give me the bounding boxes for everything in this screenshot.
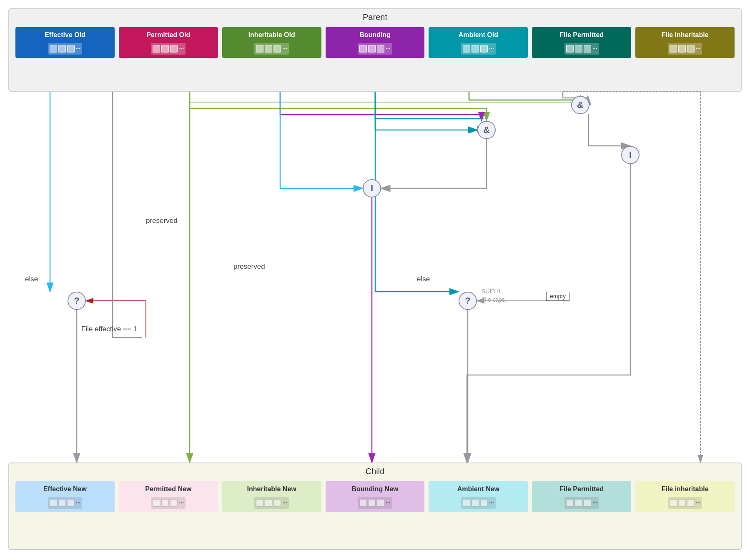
else2-label: else bbox=[417, 275, 430, 283]
cap-bits-effective-old: ··· bbox=[48, 43, 83, 55]
q1-circle: ? bbox=[68, 292, 86, 310]
bit3 bbox=[480, 45, 488, 52]
cap-label-bounding: Bounding bbox=[359, 31, 391, 39]
bit2 bbox=[265, 45, 272, 52]
bit2 bbox=[678, 45, 686, 52]
bit3 bbox=[687, 45, 695, 52]
bit2 bbox=[472, 499, 479, 507]
bit1 bbox=[463, 499, 470, 507]
suid-label: SUID IIFile caps. bbox=[482, 288, 507, 304]
cap-permitted-old: Permitted Old ··· bbox=[119, 27, 218, 58]
q2-circle: ? bbox=[459, 292, 477, 310]
cap-bits-file-permitted-new: ··· bbox=[564, 497, 599, 509]
bit-ellipsis: ··· bbox=[76, 499, 81, 507]
bit3 bbox=[584, 499, 591, 507]
cap-bits-inheritable-new: ··· bbox=[254, 497, 289, 509]
cap-label-inheritable-new: Inheritable New bbox=[247, 485, 296, 493]
bit1 bbox=[566, 499, 574, 507]
bit1 bbox=[359, 499, 367, 507]
bit-ellipsis: ··· bbox=[489, 45, 494, 52]
bit2 bbox=[161, 499, 169, 507]
cap-label-inheritable-old: Inheritable Old bbox=[248, 31, 295, 39]
cap-ambient-old: Ambient Old ··· bbox=[429, 27, 528, 58]
cap-effective-old: Effective Old ··· bbox=[15, 27, 115, 58]
bit1 bbox=[566, 45, 574, 52]
cap-bits-permitted-old: ··· bbox=[151, 43, 186, 55]
cap-bounding-new: Bounding New ··· bbox=[326, 481, 425, 512]
cap-bits-bounding-new: ··· bbox=[358, 497, 392, 509]
bit3 bbox=[377, 45, 384, 52]
bit2 bbox=[58, 499, 66, 507]
cap-ambient-new: Ambient New ··· bbox=[429, 481, 528, 512]
bit3 bbox=[480, 499, 488, 507]
bit-ellipsis: ··· bbox=[592, 499, 597, 507]
or1-circle: I bbox=[363, 179, 381, 198]
file-effective-label: File effective == 1 bbox=[81, 325, 137, 333]
cap-bits-inheritable-old: ··· bbox=[254, 43, 289, 55]
or2-circle: I bbox=[621, 146, 640, 164]
bit1 bbox=[153, 45, 160, 52]
cap-label-file-inheritable: File inheritable bbox=[662, 31, 709, 39]
bit3 bbox=[67, 499, 75, 507]
bit-ellipsis: ··· bbox=[76, 45, 81, 52]
cap-label-permitted-new: Permitted New bbox=[145, 485, 191, 493]
cap-label-file-permitted-new: File Permitted bbox=[559, 485, 604, 493]
bit-ellipsis: ··· bbox=[179, 499, 184, 507]
cap-inheritable-old: Inheritable Old ··· bbox=[222, 27, 321, 58]
bit3 bbox=[377, 499, 384, 507]
cap-bits-file-inheritable: ··· bbox=[668, 43, 702, 55]
bit1 bbox=[153, 499, 160, 507]
bit2 bbox=[368, 499, 376, 507]
cap-bits-file-inheritable-new: ··· bbox=[668, 497, 702, 509]
and2-circle: & bbox=[571, 96, 589, 114]
cap-file-inheritable-new: File inheritable ··· bbox=[635, 481, 735, 512]
bit3 bbox=[67, 45, 75, 52]
cap-bounding: Bounding ··· bbox=[326, 27, 425, 58]
parent-box: Parent Effective Old ··· Permitted Old ·… bbox=[8, 8, 742, 92]
cap-bits-permitted-new: ··· bbox=[151, 497, 186, 509]
bit3 bbox=[273, 499, 281, 507]
cap-label-effective-new: Effective New bbox=[43, 485, 87, 493]
preserved1-label: preserved bbox=[146, 217, 178, 225]
bit-ellipsis: ··· bbox=[696, 499, 701, 507]
child-caps: Effective New ··· Permitted New ··· Inhe… bbox=[9, 481, 741, 512]
bit2 bbox=[161, 45, 169, 52]
cap-bits-file-permitted: ··· bbox=[564, 43, 599, 55]
cap-permitted-new: Permitted New ··· bbox=[119, 481, 218, 512]
bit1 bbox=[359, 45, 367, 52]
bit2 bbox=[368, 45, 376, 52]
bit2 bbox=[575, 499, 582, 507]
main-container: Parent Effective Old ··· Permitted Old ·… bbox=[0, 0, 750, 560]
cap-label-effective-old: Effective Old bbox=[45, 31, 85, 39]
cap-inheritable-new: Inheritable New ··· bbox=[222, 481, 321, 512]
cap-bits-bounding: ··· bbox=[358, 43, 392, 55]
bit3 bbox=[584, 45, 591, 52]
bit-ellipsis: ··· bbox=[592, 45, 597, 52]
bit1 bbox=[670, 499, 677, 507]
bit-ellipsis: ··· bbox=[282, 45, 287, 52]
cap-label-bounding-new: Bounding New bbox=[352, 485, 399, 493]
cap-label-ambient-old: Ambient Old bbox=[459, 31, 498, 39]
bit2 bbox=[678, 499, 686, 507]
cap-bits-ambient-old: ··· bbox=[461, 43, 496, 55]
parent-caps: Effective Old ··· Permitted Old ··· Inhe… bbox=[9, 27, 741, 58]
bit2 bbox=[575, 45, 582, 52]
and1-circle: & bbox=[477, 121, 496, 139]
bit1 bbox=[256, 45, 263, 52]
bit2 bbox=[58, 45, 66, 52]
bit1 bbox=[50, 499, 57, 507]
bit3 bbox=[273, 45, 281, 52]
cap-label-file-permitted: File Permitted bbox=[559, 31, 604, 39]
cap-label-permitted-old: Permitted Old bbox=[146, 31, 190, 39]
empty-box: empty bbox=[546, 292, 569, 301]
cap-label-ambient-new: Ambient New bbox=[457, 485, 499, 493]
bit-ellipsis: ··· bbox=[386, 45, 391, 52]
parent-label: Parent bbox=[9, 9, 741, 25]
bit1 bbox=[256, 499, 263, 507]
bit-ellipsis: ··· bbox=[489, 499, 494, 507]
cap-bits-effective-new: ··· bbox=[48, 497, 83, 509]
cap-file-inheritable: File inheritable ··· bbox=[635, 27, 735, 58]
bit-ellipsis: ··· bbox=[179, 45, 184, 52]
bit2 bbox=[265, 499, 272, 507]
bit3 bbox=[170, 45, 178, 52]
